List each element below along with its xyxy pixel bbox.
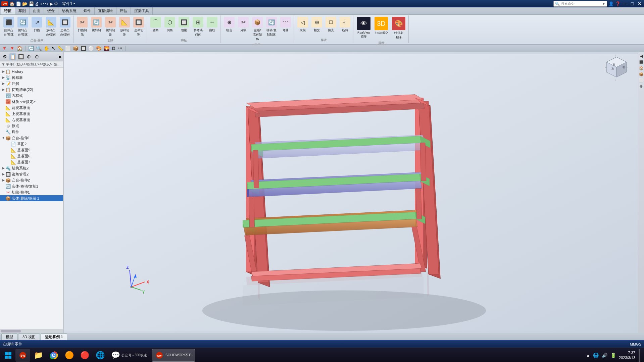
redo-icon[interactable]: ↪ (45, 1, 49, 6)
show-desktop-icon[interactable] (639, 349, 640, 362)
btn-pattern[interactable]: ⊞ 参考几何体 (191, 16, 205, 38)
tree-icon-property[interactable]: 🔲 (17, 53, 24, 60)
expand-boss2[interactable]: ▶ (1, 178, 5, 182)
vt-zoom-icon[interactable]: 🔍 (36, 46, 42, 51)
btn-wrap[interactable]: 🔲 包覆 (177, 16, 191, 38)
red-app-btn[interactable]: 🔴 (77, 349, 92, 362)
tree-icon-config[interactable]: ⊕ (26, 53, 32, 60)
file-explorer-btn[interactable]: 📁 (31, 349, 46, 362)
expand-fillet2[interactable]: ▶ (1, 172, 5, 176)
tab-3dview[interactable]: 3D 视图 (18, 333, 40, 340)
vt-view-icon[interactable]: 📦 (73, 46, 79, 51)
tree-item-plane6[interactable]: ▶ 📐 基准面6 (0, 153, 63, 159)
minimize-button[interactable]: ─ (622, 1, 628, 6)
expand-boss1[interactable]: ▼ (1, 136, 5, 140)
btn-instant3d[interactable]: 3D Instant3D (373, 16, 390, 40)
btn-realview[interactable]: 👁 RealView图形 (355, 16, 372, 40)
tab-weld[interactable]: 焊件 (80, 7, 95, 14)
btn-boundary-cut[interactable]: 🔲 边界切割 (132, 16, 145, 38)
tree-item-cut1[interactable]: ▶ ✂ 切除-拉伸1 (0, 189, 63, 195)
btn-revolve-cut[interactable]: 🔄 旋转切 (90, 16, 103, 38)
vt-icon2[interactable]: 🔻 (9, 46, 15, 51)
resize-handle[interactable] (61, 52, 63, 333)
solidworks-btn[interactable]: SW SOLIDWORKS P... (152, 349, 195, 362)
tree-item-plane7[interactable]: ▶ 📐 基准面7 (0, 159, 63, 165)
vt-pan-icon[interactable]: ✋ (44, 46, 49, 51)
tree-icon-settings[interactable]: ⚙ (1, 53, 8, 60)
vt-screen-icon[interactable]: 🖥 (111, 46, 116, 51)
btn-split[interactable]: ✂ 分割 (237, 16, 250, 42)
expand-struct2[interactable]: ▶ (1, 166, 5, 170)
tree-item-annotation[interactable]: ▶ 📝 注解 (0, 81, 63, 87)
tree-scrollbar[interactable] (0, 329, 63, 333)
clock[interactable]: 7:37 2023/3/13 (619, 350, 635, 360)
tree-item-origin[interactable]: ▶ ⊕ 原点 (0, 123, 63, 129)
rp-icon3[interactable]: 🏠 (639, 65, 644, 71)
expand-history[interactable]: ▶ (1, 70, 5, 73)
wechat-btn[interactable]: 💬 公众号 - 360极速... (108, 349, 151, 362)
btn-draft[interactable]: ◁ 拔模 (296, 16, 309, 33)
tab-evaluate[interactable]: 评估 (116, 7, 131, 14)
viewport[interactable]: X Z Y 前 (64, 52, 638, 333)
rp-icon2[interactable]: ⬛ (639, 59, 644, 65)
btn-sweep-boss[interactable]: ↗ 扫描 (30, 16, 44, 38)
search-input[interactable]: 🔍 搜索命令 ▼ (553, 1, 607, 7)
tree-item-history[interactable]: ▶ 📋 History (0, 68, 63, 74)
tree-body[interactable]: ▶ 📋 History ▶ 📡 传感器 ▶ 📝 注解 ▶ 📋 切割清单(22) (0, 68, 63, 329)
btn-appearance[interactable]: 🎨 特征名翻译 (390, 16, 407, 40)
vt-rotate-icon[interactable]: 🔄 (28, 46, 34, 51)
scrollbar-thumb[interactable] (1, 330, 21, 332)
vt-measure-icon[interactable]: 📏 (57, 46, 63, 51)
options-icon[interactable]: ⚙ (54, 1, 58, 6)
tree-item-fillet2[interactable]: ▶ 🔲 边角管理2 (0, 171, 63, 177)
help-icon[interactable]: ❓ (615, 1, 621, 6)
vt-icon1[interactable]: 🔻 (1, 46, 7, 51)
tree-item-cutlist[interactable]: ▶ 📋 切割清单(22) (0, 87, 63, 93)
vt-section-icon[interactable]: ⬜ (65, 46, 71, 51)
print-icon[interactable]: 🖨 (35, 1, 39, 6)
tree-item-boss2[interactable]: ▶ 📦 凸台-拉伸2 (0, 177, 63, 183)
volume-icon[interactable]: 🔊 (601, 352, 607, 358)
undo-icon[interactable]: ↩ (40, 1, 44, 6)
save-icon[interactable]: 💾 (29, 1, 34, 6)
run-icon[interactable]: ▶ (50, 1, 53, 6)
sw-taskbar-icon[interactable]: SW (15, 349, 30, 362)
view-cube[interactable]: 前 右 左 ↓ ← → ↑ (603, 55, 630, 82)
restore-button[interactable]: □ (629, 1, 635, 6)
btn-movecopy[interactable]: 🔄 移动/复制制体 (265, 16, 278, 42)
btn-deform[interactable]: 〰 弯曲 (279, 16, 292, 42)
btn-chamfer[interactable]: ⬡ 倒角 (163, 16, 177, 38)
tray-up-icon[interactable]: ▲ (586, 353, 590, 358)
tree-item-movecopy[interactable]: ▶ 🔄 实体-移动/复制1 (0, 183, 63, 189)
tab-structure[interactable]: 结构系统 (58, 7, 80, 14)
btn-mirror[interactable]: ↔ 曲线 (205, 16, 219, 38)
close-button[interactable]: ✕ (637, 1, 643, 6)
open-icon[interactable]: 📂 (22, 1, 28, 6)
expand-annotation[interactable]: ▶ (1, 82, 5, 85)
btn-shell[interactable]: □ 抽壳 (324, 16, 338, 33)
tree-item-plane5[interactable]: ▶ 📐 基准面5 (0, 147, 63, 153)
btn-loft-cut[interactable]: 📐 放样切割 (118, 16, 131, 38)
btn-extrude-cut[interactable]: ✂ 扫描切除 (76, 16, 89, 38)
vt-select-icon[interactable]: ↖ (51, 46, 55, 51)
tab-render[interactable]: 渲染工具 (131, 7, 153, 14)
start-button[interactable] (1, 349, 15, 362)
vt-display-icon[interactable]: 🔲 (81, 46, 86, 51)
ie-btn[interactable]: 🌐 (93, 349, 107, 362)
tree-item-front-plane[interactable]: ▶ 📐 前视基准面 (0, 105, 63, 111)
btn-fillet[interactable]: ⌒ 圆角 (149, 16, 162, 38)
vt-more-icon[interactable]: ••• (118, 46, 122, 51)
battery-icon[interactable]: 🔋 (610, 352, 616, 358)
tree-item-welds[interactable]: ▶ 🔧 焊件 (0, 129, 63, 135)
btn-loft-boss[interactable]: 📐 放样凸台/基体 (44, 16, 58, 38)
tree-item-sensor[interactable]: ▶ 📡 传感器 (0, 74, 63, 81)
tree-item-equation[interactable]: ▶ 🔢 方程式 (0, 93, 63, 99)
expand-cutlist[interactable]: ▶ (1, 88, 5, 91)
tab-sketch[interactable]: 草图 (15, 7, 30, 14)
search-dropdown-icon[interactable]: ▼ (602, 2, 605, 6)
tab-sheetmetal[interactable]: 钣金 (44, 7, 58, 14)
expand-sensor[interactable]: ▶ (1, 76, 5, 79)
tree-item-top-plane[interactable]: ▶ 📐 上视基准面 (0, 111, 63, 117)
tree-icon-display[interactable]: ⊙ (34, 53, 40, 60)
btn-sweep-cut[interactable]: ✂ 旋转切割 (104, 16, 117, 38)
